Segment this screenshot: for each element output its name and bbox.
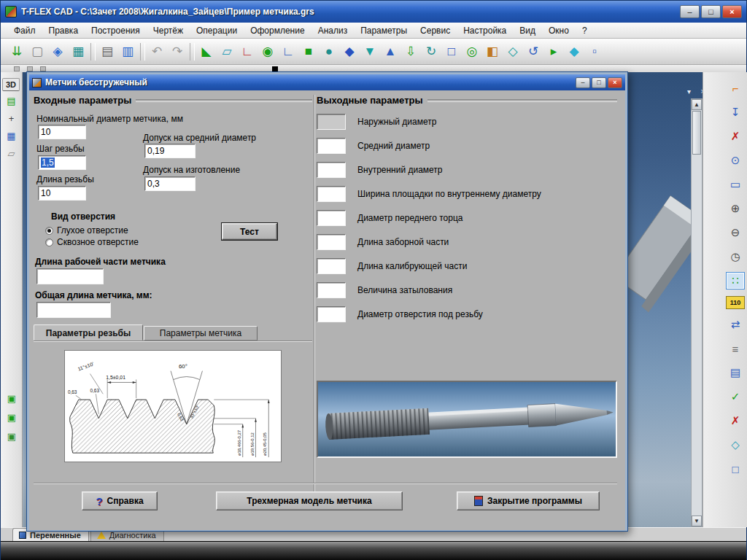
dialog-titlebar[interactable]: Метчик бесстружечный: [29, 74, 625, 90]
page-icon[interactable]: [5, 148, 18, 160]
wireframe-cube-icon[interactable]: [726, 460, 745, 478]
mid-diameter-output[interactable]: [317, 138, 346, 154]
cancel-icon[interactable]: [726, 412, 745, 429]
run-icon[interactable]: [543, 42, 564, 61]
menu-item-constructions[interactable]: Построения: [85, 24, 146, 37]
tab-3d[interactable]: 3D: [2, 78, 20, 91]
menu-item-layout[interactable]: Оформление: [244, 24, 310, 37]
save-all-icon[interactable]: [117, 42, 138, 61]
dialog-maximize-button[interactable]: [592, 77, 606, 88]
help-button[interactable]: ? Справка: [82, 491, 158, 510]
window-grid-icon[interactable]: [68, 42, 88, 61]
print-icon[interactable]: [97, 42, 117, 61]
profile-icon[interactable]: [5, 393, 18, 405]
scroll-thumb[interactable]: [692, 111, 701, 155]
nominal-diameter-input[interactable]: 10: [38, 125, 86, 139]
surface-icon[interactable]: [564, 42, 584, 61]
menu-item-window[interactable]: Окно: [543, 24, 575, 37]
total-length-input[interactable]: [36, 302, 111, 318]
minimize-button[interactable]: [680, 5, 700, 18]
extrude-icon[interactable]: [400, 42, 421, 61]
wedge-3d-icon[interactable]: [196, 42, 217, 61]
structure-icon[interactable]: [5, 131, 18, 142]
profile-icon[interactable]: [5, 412, 18, 424]
section-icon[interactable]: [726, 79, 745, 97]
secondary-tool-icon[interactable]: [14, 66, 20, 71]
axis-icon[interactable]: [237, 42, 258, 61]
dialog-minimize-button[interactable]: [576, 77, 590, 88]
fit-view-icon[interactable]: [7, 42, 27, 61]
zoom-in-icon[interactable]: [726, 200, 745, 217]
rotation-icon[interactable]: [421, 42, 441, 61]
maximize-button[interactable]: [701, 5, 721, 18]
close-program-button[interactable]: Закрытие программы: [457, 491, 600, 510]
tolerance-mid-input[interactable]: 0,19: [144, 144, 196, 158]
menu-item-operations[interactable]: Операции: [190, 24, 243, 37]
zoom-rect-icon[interactable]: [726, 176, 745, 193]
test-button[interactable]: Тест: [222, 223, 277, 240]
layers-icon[interactable]: [726, 340, 745, 357]
undo-icon[interactable]: [147, 42, 167, 61]
dialog-close-button[interactable]: [608, 77, 622, 88]
revolve-icon[interactable]: [462, 42, 482, 61]
pin-icon[interactable]: [726, 104, 745, 121]
land-width-output[interactable]: [317, 186, 346, 202]
radio-through-indicator[interactable]: [45, 238, 53, 246]
swap-icon[interactable]: [726, 316, 745, 333]
close-button[interactable]: [722, 5, 742, 18]
model-tree-icon[interactable]: [5, 96, 18, 107]
open-document-icon[interactable]: [47, 42, 68, 61]
lead-length-output[interactable]: [317, 234, 346, 250]
workplane-icon[interactable]: [217, 42, 237, 61]
measure-icon[interactable]: 110: [726, 296, 745, 309]
rotate-view-icon[interactable]: [523, 42, 543, 61]
menu-item-drawing[interactable]: Чертёж: [147, 24, 189, 37]
radio-through-hole[interactable]: Сквозное отверстие: [45, 237, 139, 247]
front-face-diameter-output[interactable]: [317, 210, 346, 226]
blend-icon[interactable]: [503, 42, 523, 61]
scroll-down-icon[interactable]: [692, 516, 702, 526]
delete-icon[interactable]: [726, 128, 745, 145]
calibrating-length-output[interactable]: [317, 258, 346, 274]
color-swatch-icon[interactable]: [272, 66, 278, 71]
hole-diameter-output[interactable]: [317, 306, 346, 322]
pyramid-icon[interactable]: [380, 42, 400, 61]
zoom-out-icon[interactable]: [726, 224, 745, 241]
scroll-up-icon[interactable]: [692, 99, 702, 110]
node-icon[interactable]: [258, 42, 278, 61]
menu-item-parameters[interactable]: Параметры: [355, 24, 413, 37]
menu-item-edit[interactable]: Правка: [43, 24, 85, 37]
menu-item-analysis[interactable]: Анализ: [312, 24, 354, 37]
tab-thread-parameters[interactable]: Параметры резьбы: [34, 324, 143, 341]
redo-icon[interactable]: [167, 42, 187, 61]
apply-icon[interactable]: [726, 388, 745, 405]
pane-menu-icon[interactable]: [684, 87, 694, 97]
inner-diameter-output[interactable]: [317, 162, 346, 178]
cube-blue-icon[interactable]: [339, 42, 360, 61]
boolean-icon[interactable]: [482, 42, 503, 61]
tolerance-mfg-input[interactable]: 0,3: [144, 176, 196, 191]
zoom-history-icon[interactable]: [726, 248, 745, 265]
radio-blind-hole[interactable]: Глухое отверстие: [45, 225, 128, 236]
menu-item-settings[interactable]: Настройка: [457, 24, 512, 37]
secondary-tool-icon[interactable]: [40, 66, 46, 71]
outer-diameter-output[interactable]: [317, 114, 346, 130]
working-length-input[interactable]: [36, 268, 104, 284]
relief-value-output[interactable]: [317, 282, 346, 298]
menu-item-view[interactable]: Вид: [514, 24, 541, 37]
material-icon[interactable]: [726, 436, 745, 454]
tree-expand-icon[interactable]: [5, 113, 18, 125]
sheets-icon[interactable]: [726, 364, 745, 381]
profile-icon[interactable]: [5, 431, 18, 443]
menu-item-service[interactable]: Сервис: [414, 24, 456, 37]
tab-tap-parameters[interactable]: Параметры метчика: [144, 326, 258, 341]
menu-item-help[interactable]: ?: [576, 24, 593, 37]
new-document-icon[interactable]: [27, 42, 47, 61]
secondary-tool-icon[interactable]: [27, 66, 33, 71]
thread-length-input[interactable]: 10: [38, 186, 86, 201]
coordinate-system-icon[interactable]: [278, 42, 298, 61]
cube-outline-icon[interactable]: [441, 42, 462, 61]
zoom-window-icon[interactable]: [726, 152, 745, 169]
box-solid-icon[interactable]: [298, 42, 319, 61]
menu-item-file[interactable]: Файл: [8, 24, 42, 37]
